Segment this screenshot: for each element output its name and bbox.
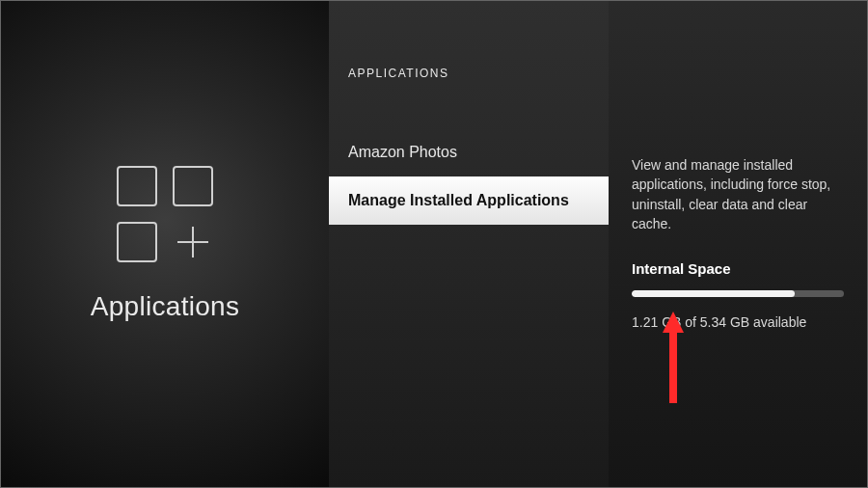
menu-item-label: Manage Installed Applications bbox=[348, 192, 569, 208]
menu-panel: APPLICATIONS Amazon Photos Manage Instal… bbox=[329, 1, 609, 487]
menu-item-manage-installed-applications[interactable]: Manage Installed Applications bbox=[329, 176, 609, 225]
storage-bar-fill bbox=[632, 290, 795, 297]
left-category-panel: Applications bbox=[1, 1, 329, 487]
section-heading: APPLICATIONS bbox=[329, 67, 609, 128]
detail-panel: View and manage installed applications, … bbox=[609, 1, 867, 487]
category-title: Applications bbox=[91, 291, 240, 322]
applications-icon bbox=[117, 166, 213, 262]
menu-item-label: Amazon Photos bbox=[348, 144, 457, 160]
settings-screen: Applications APPLICATIONS Amazon Photos … bbox=[0, 0, 868, 488]
plus-icon bbox=[173, 222, 213, 262]
storage-available-text: 1.21 GB of 5.34 GB available bbox=[632, 314, 844, 330]
detail-description: View and manage installed applications, … bbox=[632, 155, 844, 233]
internal-space-heading: Internal Space bbox=[632, 260, 844, 277]
menu-item-amazon-photos[interactable]: Amazon Photos bbox=[329, 128, 609, 176]
storage-bar bbox=[632, 290, 844, 297]
